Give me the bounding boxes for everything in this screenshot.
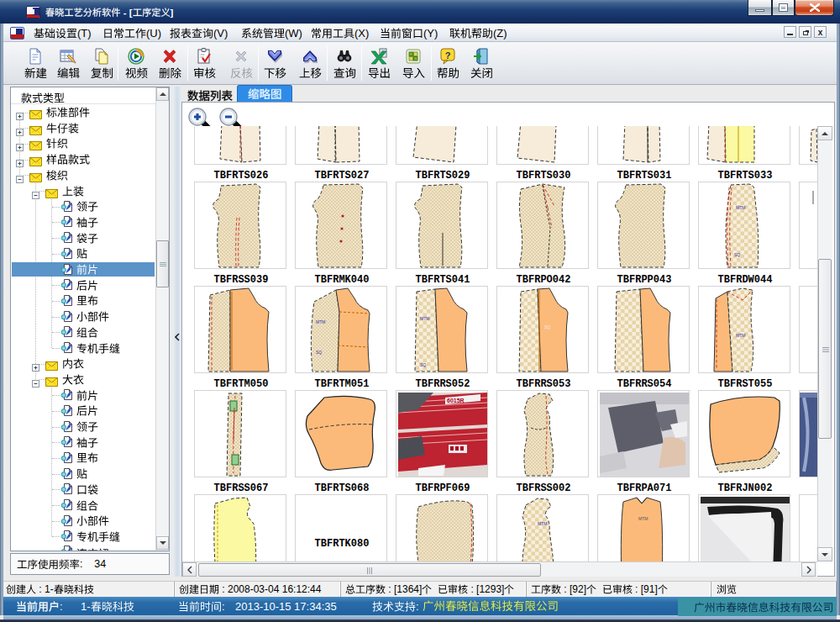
svg-text:6015R: 6015R xyxy=(447,398,465,403)
svg-text:MTM: MTM xyxy=(538,521,547,526)
svg-text:MTM: MTM xyxy=(420,316,429,321)
svg-text:SQ: SQ xyxy=(420,362,426,367)
svg-text:MTM: MTM xyxy=(316,319,325,324)
svg-text:?: ? xyxy=(445,50,451,61)
svg-text:MTM: MTM xyxy=(638,516,648,521)
svg-text:SQ: SQ xyxy=(544,324,550,329)
svg-text:MTM: MTM xyxy=(736,333,745,338)
svg-text:MTM: MTM xyxy=(736,205,745,210)
svg-text:TBFRTK080: TBFRTK080 xyxy=(315,538,370,550)
svg-text:SQ: SQ xyxy=(316,350,322,355)
svg-text:SQ: SQ xyxy=(734,252,740,257)
